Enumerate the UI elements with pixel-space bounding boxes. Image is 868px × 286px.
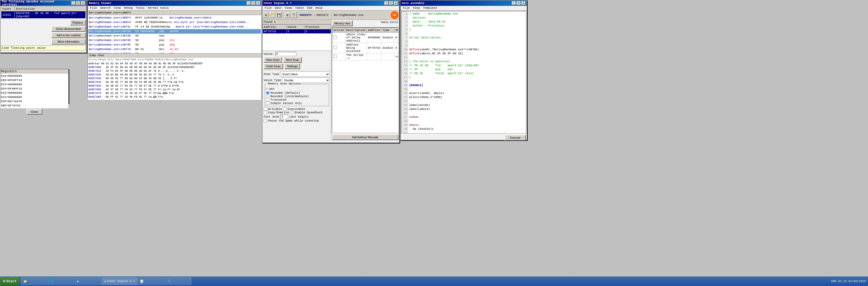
ct-col-active: Active [332, 28, 345, 33]
aa-menu-file[interactable]: File [401, 6, 411, 10]
cheat-table-panel: Memory view Table Extra Active Descripti… [331, 20, 399, 141]
opcode-viewer-titlebar: The following opcodes accessed (0F797C0)… [1, 1, 86, 6]
ct-val: <script> [394, 53, 399, 60]
taskbar-app3[interactable]: 🔧 [165, 278, 191, 285]
cheat-table-buttons: Memory view Table Extra [331, 20, 399, 27]
ct-desc: The Script -> [345, 53, 367, 60]
mem-close[interactable]: ✕ [256, 1, 260, 5]
execute-btn[interactable]: Execute [505, 135, 526, 141]
menu-tools[interactable]: Tools [134, 6, 146, 10]
ce-close[interactable]: ✕ [394, 1, 398, 5]
toolbar-sep2 [298, 12, 298, 18]
taskbar-app-ce[interactable]: ⚙ Cheat Engine 6.7 [102, 278, 137, 285]
reg-close-btn[interactable]: Close [27, 109, 42, 115]
ce-settings-btn[interactable]: Settings [284, 63, 300, 69]
table-row[interactable]: 12832 00548708 - DD 45 00 - fld qword pt… [1, 11, 86, 19]
value-input[interactable] [275, 52, 297, 56]
cheat-table[interactable]: Active Description Address Type Value aD… [332, 27, 399, 133]
replace-btn[interactable]: Replace [70, 20, 86, 25]
found-list[interactable]: Address Value Previous 0F797C0 5 5 [262, 24, 331, 51]
new-scan-btn[interactable]: New Scan [264, 57, 282, 63]
save-icon[interactable]: 💾 [276, 12, 282, 18]
value-type-label: Value Type [264, 79, 281, 82]
ce-menu-table[interactable]: Table [293, 6, 305, 10]
disasm-line: BoringManGame.exe+14B710 B0 01 mov al,01 [88, 47, 261, 52]
rounded-intermediate[interactable]: Rounded (intermediate) [266, 94, 328, 98]
ce-maximize[interactable]: □ [389, 1, 393, 5]
more-info-btn[interactable]: More information [51, 39, 86, 45]
truncated[interactable]: Truncated [266, 98, 328, 102]
ce-menu-help[interactable]: Help [314, 6, 324, 10]
show-disasm-btn[interactable]: Show disassembler [51, 26, 86, 32]
app2-icon: 📝 [140, 280, 144, 283]
hex-row: 006E702040 04 BE 40 00 00 00 55 8D A5 77… [88, 73, 261, 77]
speedhack-check[interactable]: Enable Speedhack [290, 111, 322, 114]
ce-minimize[interactable]: _ [384, 1, 389, 5]
fast-scan-input[interactable] [280, 115, 288, 119]
maximize-btn[interactable]: □ [76, 1, 81, 5]
ce-menu-edit[interactable]: Edit [273, 6, 283, 10]
settings-icon[interactable]: ⚙ [284, 12, 290, 18]
taskbar-app-media[interactable]: ▶ [75, 278, 101, 285]
close-btn[interactable]: ✕ [81, 1, 85, 5]
ce-logo: CE [391, 11, 399, 19]
ce-menubar: File Edit View Table D3D Help [262, 6, 399, 10]
cheat-row[interactable]: Address Being Accessed 0F797C0 Double 5 [332, 43, 399, 53]
aa-minimize[interactable]: _ [512, 1, 516, 5]
open-process-icon[interactable]: ⚙ [263, 12, 269, 18]
menu-view[interactable]: View [112, 6, 122, 10]
simple-values-only[interactable]: Simple values only [266, 102, 328, 105]
scan-type-label: Scan Type [264, 73, 279, 76]
ct-active [332, 53, 345, 60]
process-selector[interactable]: 000287C - 000287C - BoringManGame.exe [300, 13, 364, 17]
pause-game-check[interactable]: Pause the game while scanning [264, 119, 330, 122]
next-scan-btn[interactable]: Next Scan [283, 57, 302, 63]
found-row[interactable]: 0F797C0 5 5 [263, 29, 331, 34]
taskbar-app-explorer[interactable]: 📁 [21, 278, 48, 285]
aa-menu-view[interactable]: View [411, 6, 421, 10]
rounded-default[interactable]: Rounded (default) [266, 91, 328, 94]
mem-minimize[interactable]: _ [247, 1, 251, 5]
opcode-table: Count Instruction 12832 00548708 - DD 45… [1, 6, 86, 19]
cheat-row[interactable]: The Script -> <script> [332, 53, 399, 60]
ce-menu-file[interactable]: File [263, 6, 273, 10]
help-icon[interactable]: ? [291, 12, 297, 18]
hex-row: 006E708000 FF 63 77 10 40 F0 5E 77 cw.@@… [88, 95, 261, 99]
menu-kernel[interactable]: Kernel tools [146, 6, 170, 10]
taskbar-app-ie[interactable]: 🌐 [48, 278, 74, 285]
ct-type [381, 53, 394, 60]
aa-menu-template[interactable]: Template [422, 6, 439, 10]
scan-type-select[interactable]: Exact Value Bigger than... Smaller than.… [280, 72, 330, 77]
hex-row: 006E7060A0 57 5E 77 F0 63 77 F0 57 5E 77… [88, 88, 261, 92]
minimize-btn[interactable]: _ [71, 1, 76, 5]
add-address-btn[interactable]: Add Address Manually [332, 134, 399, 140]
executable-check[interactable]: Executable [283, 107, 305, 111]
ce-menu-view[interactable]: View [283, 6, 293, 10]
add-codelist-btn[interactable]: Add to the codelist [51, 32, 86, 38]
menu-file[interactable]: File [88, 6, 98, 10]
copyonwrite-check[interactable]: Copy/OnWrite [264, 111, 289, 114]
memory-scan-group: Memory Scan Options □ Not Rounded (defau… [265, 84, 329, 106]
aa-maximize[interactable]: □ [517, 1, 521, 5]
aa-close[interactable]: ✕ [521, 1, 526, 5]
menu-debug[interactable]: Debug [122, 6, 134, 10]
hex-content: ProtectRead Only Base=006E7000 Size=E000… [88, 57, 261, 99]
mem-maximize[interactable]: □ [251, 1, 256, 5]
taskbar-app2[interactable]: 📝 [138, 278, 164, 285]
ct-addr: 0FD0000 [367, 33, 381, 43]
ce-menu-d3d[interactable]: D3D [305, 6, 314, 10]
start-button[interactable]: ⊞ Start [0, 277, 20, 285]
folder-icon: 📁 [23, 280, 27, 283]
table-extra-label: Table Extra [380, 20, 399, 26]
memory-view-btn[interactable]: Memory view [332, 20, 353, 26]
disasm-line-selected[interactable]: BoringManGame.exe+14B708 E9 FB483650 jmp… [88, 29, 261, 34]
menu-search[interactable]: Search [98, 6, 112, 10]
ct-col-addr: Address [367, 28, 381, 33]
writable-check[interactable]: Writable [264, 107, 282, 111]
col-previous: Previous [304, 25, 331, 29]
undo-scan-btn[interactable]: Undo Scan [264, 63, 283, 69]
cheat-engine-window: Cheat Engine 6.7 _ □ ✕ File Edit View Ta… [262, 0, 400, 143]
cheat-row[interactable]: aData (Copy of below Address) 0FD0000 Do… [332, 33, 399, 43]
aa-code-editor[interactable]: 1234567891011121314151617181920212223242… [401, 11, 526, 134]
open-file-icon[interactable]: 📂 [270, 12, 275, 18]
